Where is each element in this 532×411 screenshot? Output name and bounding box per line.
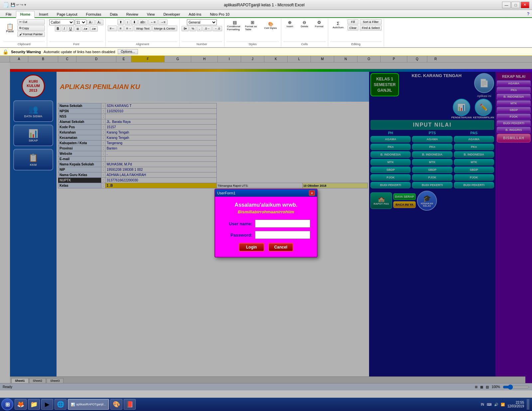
username-label: User name: — [222, 221, 255, 226]
format-painter-button[interactable]: 🖌 Format Painter — [17, 32, 45, 37]
cut-button[interactable]: ✂ Cut — [17, 19, 45, 25]
password-row: Password: — [222, 231, 310, 239]
align-top-button[interactable]: ⬆ — [117, 19, 124, 25]
cell-styles-icon: 🎨 — [268, 22, 273, 27]
close-button[interactable]: ✕ — [521, 2, 529, 8]
number-row: $▾ % , .0→ ←.0 — [182, 26, 222, 31]
autosum-label: AutoSum — [332, 26, 343, 29]
title-bar-left: 🗒️ 💾 ↩ ↪ ▾ — [3, 2, 26, 8]
tab-view[interactable]: View — [143, 11, 159, 17]
minimize-button[interactable]: — — [502, 2, 511, 8]
cancel-button[interactable]: Cancel — [268, 243, 293, 252]
tab-page-layout[interactable]: Page Layout — [53, 11, 82, 17]
autosum-icon: Σ — [337, 21, 339, 26]
tab-developer[interactable]: Developer — [159, 11, 184, 17]
start-icon: ⊞ — [5, 401, 10, 408]
modal-buttons: Login Cancel — [222, 243, 310, 252]
text-direction-button[interactable]: ab↕ — [138, 19, 148, 25]
number-format-select[interactable]: General — [187, 19, 217, 25]
date-display: 12/03/2019 — [507, 404, 524, 408]
taskbar-media[interactable]: ▶ — [41, 399, 53, 410]
password-input[interactable] — [255, 231, 310, 239]
italic-button[interactable]: I — [62, 26, 67, 32]
delete-cells-button[interactable]: ⊖ Delete — [298, 19, 311, 29]
comma-button[interactable]: , — [197, 26, 202, 31]
bold-button[interactable]: B — [55, 26, 61, 32]
tab-home[interactable]: Home — [16, 11, 35, 18]
fill-button[interactable]: Fill — [347, 19, 359, 25]
username-input[interactable] — [255, 220, 310, 228]
align-center-button[interactable]: ≡ — [118, 26, 124, 31]
quick-access-icons: 💾 ↩ ↪ ▾ — [11, 3, 26, 7]
copy-button[interactable]: ⧉ Copy — [17, 25, 45, 31]
font-shrink-button[interactable]: A↓ — [95, 20, 103, 25]
tab-data[interactable]: Data — [105, 11, 122, 17]
font-content: Calibri 11 A↑ A↓ B I U ⊞ A▾ A▾ — [49, 19, 103, 32]
taskbar-excel-active[interactable]: 📊 aplikasiRAPOTganjil... — [68, 399, 109, 410]
tab-addins[interactable]: Add-Ins — [185, 11, 206, 17]
currency-button[interactable]: $▾ — [182, 26, 189, 31]
tab-insert[interactable]: Insert — [35, 11, 53, 17]
login-button[interactable]: Login — [239, 243, 264, 252]
decimal-increase-button[interactable]: .0→ — [202, 26, 212, 31]
ribbon-group-alignment: ⬆ ↕ ⬇ ab↕ ←≡ →≡ ≡← ≡ ≡→ Wrap Text Merge … — [106, 19, 180, 47]
modal-sub-greeting: Bismillabirrohmaanirrohiim — [222, 209, 310, 214]
align-bottom-button[interactable]: ⬇ — [131, 19, 138, 25]
taskbar-browser[interactable]: 🌐 — [55, 399, 66, 410]
tab-nitro[interactable]: Nitro Pro 10 — [205, 11, 234, 17]
taskbar-photoshop[interactable]: 🎨 — [110, 399, 122, 410]
tab-formulas[interactable]: Formulas — [82, 11, 106, 17]
format-as-table-button[interactable]: ⊞ Format as Table — [244, 19, 261, 32]
tab-review[interactable]: Review — [122, 11, 143, 17]
maximize-button[interactable]: □ — [511, 2, 520, 8]
clear-button[interactable]: Clear — [347, 25, 359, 31]
font-name-select[interactable]: Calibri — [49, 19, 74, 25]
number-group-label: Number — [182, 42, 222, 46]
format-cells-icon: ⚙ — [317, 20, 321, 25]
alignment-row2: ≡← ≡ ≡→ Wrap Text Merge & Center — [108, 26, 177, 31]
ribbon: 📋 Paste ✂ Cut ⧉ Copy 🖌 Format Painter Cl… — [0, 18, 532, 48]
font-size-select[interactable]: 11 — [75, 19, 86, 25]
conditional-formatting-button[interactable]: ▤ Conditional Formatting — [226, 19, 243, 32]
find-select-button[interactable]: Find & Select — [360, 25, 382, 31]
styles-group-label: Styles — [226, 42, 279, 46]
align-left-button[interactable]: ≡← — [108, 26, 117, 31]
tab-file[interactable]: File — [1, 11, 16, 17]
indent-increase-button[interactable]: →≡ — [158, 19, 168, 25]
align-middle-button[interactable]: ↕ — [125, 19, 130, 25]
indent-decrease-button[interactable]: ←≡ — [148, 19, 158, 25]
autosum-button[interactable]: Σ AutoSum — [330, 20, 346, 30]
cells-group-label: Cells — [283, 42, 326, 46]
fill-color-button[interactable]: A▾ — [82, 26, 89, 32]
sort-filter-button[interactable]: Sort & Filter — [360, 19, 382, 25]
font-color-button[interactable]: A▾ — [90, 26, 98, 32]
border-button[interactable]: ⊞ — [74, 26, 81, 32]
show-desktop-button[interactable] — [527, 399, 529, 410]
number-content: General $▾ % , .0→ ←.0 — [182, 19, 222, 31]
paste-icon: 📋 — [6, 24, 14, 30]
taskbar-pdf[interactable]: 📕 — [124, 399, 136, 410]
paste-button[interactable]: 📋 Paste — [3, 23, 17, 34]
delete-cells-label: Delete — [301, 25, 308, 28]
taskbar-keyboard: ⌨ — [487, 403, 491, 406]
cell-styles-button[interactable]: 🎨 Cell Styles — [262, 21, 279, 30]
options-button[interactable]: Options... — [118, 49, 138, 54]
font-grow-button[interactable]: A↑ — [87, 20, 95, 25]
underline-button[interactable]: U — [67, 26, 74, 32]
ribbon-group-editing: Σ AutoSum Fill Clear Sort & Filter Find … — [328, 19, 384, 47]
start-button[interactable]: ⊞ — [1, 398, 13, 410]
percent-button[interactable]: % — [190, 26, 196, 31]
ribbon-group-styles: ▤ Conditional Formatting ⊞ Format as Tab… — [224, 19, 281, 47]
help-icon[interactable]: ? — [524, 11, 532, 17]
merge-center-button[interactable]: Merge & Center — [152, 26, 178, 31]
modal-close-button[interactable]: ✕ — [309, 190, 315, 196]
taskbar-folder[interactable]: 📁 — [28, 399, 40, 410]
taskbar-firefox[interactable]: 🦊 — [15, 399, 27, 410]
font-name-size-row: Calibri 11 A↑ A↓ — [49, 19, 103, 25]
decimal-decrease-button[interactable]: ←.0 — [212, 26, 222, 31]
align-right-button[interactable]: ≡→ — [124, 26, 134, 31]
wrap-text-button[interactable]: Wrap Text — [134, 26, 151, 31]
insert-cells-button[interactable]: ⊕ Insert — [283, 19, 297, 29]
format-cells-button[interactable]: ⚙ Format — [313, 19, 326, 29]
taskbar: ⊞ 🦊 📁 ▶ 🌐 📊 aplikasiRAPOTganjil... 🎨 📕 I… — [0, 398, 532, 411]
